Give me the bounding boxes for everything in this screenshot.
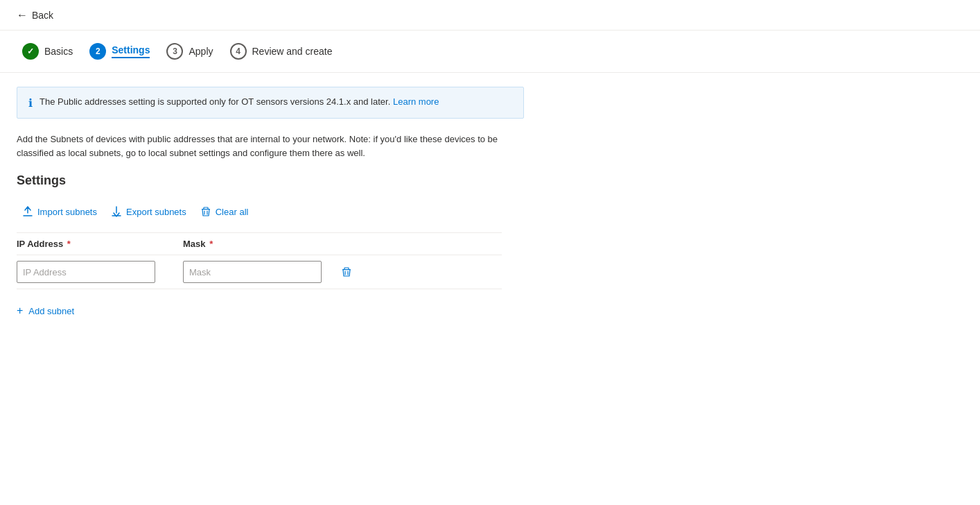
import-subnets-button[interactable]: Import subnets <box>17 202 103 221</box>
add-subnet-label: Add subnet <box>28 306 74 316</box>
back-button[interactable]: ← Back <box>11 6 59 24</box>
trash-icon <box>200 206 211 217</box>
import-label: Import subnets <box>37 207 97 217</box>
step-settings-label: Settings <box>112 44 150 58</box>
step-basics-label: Basics <box>44 46 73 57</box>
top-bar: ← Back <box>0 0 980 31</box>
learn-more-link[interactable]: Learn more <box>393 96 439 107</box>
export-icon <box>111 206 122 217</box>
plus-icon: + <box>17 305 23 317</box>
clear-all-button[interactable]: Clear all <box>195 202 254 221</box>
export-label: Export subnets <box>126 207 186 217</box>
step-basics-circle: ✓ <box>22 43 39 60</box>
action-header <box>335 239 377 249</box>
clear-all-label: Clear all <box>216 207 249 217</box>
delete-row-button[interactable] <box>335 264 358 280</box>
description-text: Add the Subnets of devices with public a… <box>17 132 524 160</box>
step-settings[interactable]: 2 Settings <box>81 39 158 64</box>
import-icon <box>22 206 33 217</box>
export-subnets-button[interactable]: Export subnets <box>105 202 192 221</box>
ip-address-input[interactable] <box>17 261 155 283</box>
info-banner-text: The Public addresses setting is supporte… <box>40 96 439 108</box>
step-apply-label: Apply <box>189 46 213 57</box>
table-header: IP Address * Mask * <box>17 233 502 255</box>
step-settings-circle: 2 <box>89 43 106 60</box>
wizard-steps: ✓ Basics 2 Settings 3 Apply 4 Review and… <box>0 31 980 73</box>
back-arrow-icon: ← <box>17 9 28 22</box>
ip-required-star: * <box>67 239 71 249</box>
step-review[interactable]: 4 Review and create <box>222 39 341 64</box>
toolbar: Import subnets Export subnets Clear all <box>17 202 524 227</box>
table-row <box>17 255 502 289</box>
step-review-label: Review and create <box>252 46 333 57</box>
ip-address-cell <box>17 261 183 283</box>
main-content: ℹ The Public addresses setting is suppor… <box>0 73 541 346</box>
section-title: Settings <box>17 173 524 188</box>
mask-header: Mask * <box>183 239 335 249</box>
info-icon: ℹ <box>28 96 33 110</box>
ip-address-header: IP Address * <box>17 239 183 249</box>
mask-cell <box>183 261 335 283</box>
info-banner: ℹ The Public addresses setting is suppor… <box>17 87 524 119</box>
svg-rect-0 <box>202 209 210 209</box>
add-subnet-row: + Add subnet <box>17 289 502 332</box>
add-subnet-button[interactable]: + Add subnet <box>17 296 74 325</box>
row-trash-icon <box>341 266 352 277</box>
action-cell <box>335 264 377 280</box>
step-apply-circle: 3 <box>166 43 183 60</box>
svg-rect-3 <box>342 269 351 270</box>
mask-input[interactable] <box>183 261 322 283</box>
step-basics[interactable]: ✓ Basics <box>14 39 81 64</box>
subnet-table: IP Address * Mask * <box>17 232 502 332</box>
mask-required-star: * <box>209 239 213 249</box>
step-review-circle: 4 <box>230 43 247 60</box>
step-apply[interactable]: 3 Apply <box>158 39 221 64</box>
back-label: Back <box>32 10 53 21</box>
